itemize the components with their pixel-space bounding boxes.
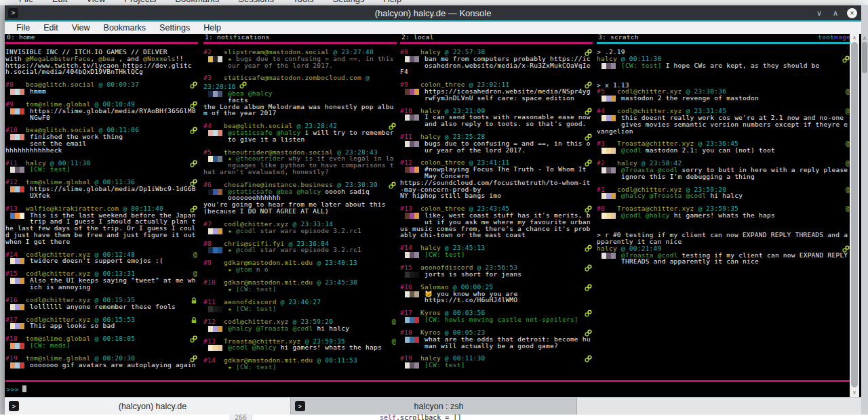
menu-item-settings[interactable]: Settings <box>153 22 196 33</box>
post: #9tom@slime.global @ 00:10:49https://sli… <box>5 101 198 121</box>
favourite-star-icon: ★ <box>228 227 236 234</box>
post-body: ★ [CW: test] <box>203 364 397 371</box>
post-content: [CW: howls moving castle not-spoilers] <box>425 316 578 323</box>
favourite-star-icon: ★ <box>228 55 236 62</box>
menu-item-view[interactable]: View <box>66 22 96 33</box>
boost-icon <box>585 108 592 117</box>
scroll-down-icon[interactable]: ∨ <box>850 390 859 396</box>
avatar-cell <box>213 247 218 253</box>
post-time: @ 23:25:28 <box>441 133 486 140</box>
post-body: finished the work thing sent the email h… <box>5 133 198 153</box>
post-author: Kyros <box>420 329 441 336</box>
window-title: (halcyon) halcy.de — Konsole <box>5 8 861 18</box>
post-content: ★ @tom n o <box>228 266 269 273</box>
titlebar[interactable]: > (halcyon) halcy.de — Konsole ∨ ∧ × <box>5 5 861 20</box>
post-header: #11halcy @ 23:25:28 <box>400 133 593 140</box>
post-header: #19halcy @ 00:11:30 <box>400 355 593 362</box>
column-header: tootmage3: scratch <box>597 34 850 42</box>
post-header: #8halcy @ 22:57:38 <box>400 49 593 56</box>
avatar-cell <box>410 56 414 62</box>
post-time: @ 00:10:49 <box>91 100 136 108</box>
post-header: #3Troasta@chitter.xyz @ 23:36:45@ <box>597 140 850 147</box>
avatar-cell <box>611 193 616 199</box>
brand-toot: toot <box>818 34 834 41</box>
post-number: #17 <box>5 316 26 323</box>
boost-icon <box>190 127 197 135</box>
post: #10bea@glitch.social @ 00:11:06finished … <box>5 127 198 153</box>
session-tab[interactable]: >halcyon : zsh <box>291 398 577 415</box>
post-author: tom@slime.global <box>26 178 91 186</box>
post-time: @ 23:30:36 <box>682 87 727 95</box>
post-time: @ 23:31:45 <box>682 107 727 114</box>
post-author: halcy <box>420 48 441 56</box>
avatar-cell <box>10 89 15 95</box>
post-time: @ 00:13:31 <box>91 270 136 277</box>
avatar <box>405 337 419 343</box>
post-content: ★ bugs due to confusing = and ==, in thi… <box>228 55 397 69</box>
post-content: @bea @halcy facts the Lorde album Melodr… <box>203 89 394 117</box>
terminal-view[interactable]: >>> ∧ ∨ 0: homeINVISIBLE INC // ITCH.IO … <box>5 34 861 397</box>
avatar <box>601 167 616 173</box>
post-body: ★ @tom n o <box>203 266 397 273</box>
boost-icon <box>239 83 247 90</box>
tab-label: halcyon : zsh <box>305 402 572 411</box>
post-header: #9colon_three @ 23:02:11 <box>400 81 593 88</box>
minimize-button[interactable]: ∨ <box>814 9 824 18</box>
session-tab[interactable]: >(halcyon) halcy.de <box>5 398 291 415</box>
column-title: 1: notifications <box>205 34 270 41</box>
post-time: @ 00:09:37 <box>94 81 139 88</box>
tab-bar: >(halcyon) halcy.de>halcyon : zsh <box>5 397 861 415</box>
avatar-cell <box>410 213 414 219</box>
menu-item-file[interactable]: File <box>10 22 36 33</box>
post-header: #12codl@chitter.xyz @ 23:59:20@ <box>203 318 397 325</box>
post: halcy @ 00:11:30[CW: test] I hope CWs ar… <box>597 56 850 69</box>
post-body: @codl @halcy hi gamers! whats the haps <box>597 212 850 219</box>
avatar-cell <box>213 228 218 234</box>
window-buttons: ∨ ∧ × <box>814 5 857 20</box>
post: #13Troasta@chitter.xyz @ 23:59:35@@codl … <box>203 338 397 352</box>
menu-item-bookmarks[interactable]: Bookmarks <box>98 22 153 33</box>
avatar <box>405 362 419 369</box>
post-number: #10 <box>203 279 224 286</box>
avatar <box>405 56 419 62</box>
avatar <box>601 253 616 259</box>
post-author: aeonofdiscord <box>224 298 277 306</box>
post-author: Troasta@chitter.xyz <box>617 205 694 212</box>
post-header: #9tom@slime.global @ 00:10:49 <box>5 101 198 108</box>
scroll-up-icon[interactable]: ∧ <box>850 35 859 41</box>
avatar-cell <box>405 362 410 369</box>
avatar-cell <box>405 141 410 147</box>
post-body: ★ [CW: test] <box>203 306 397 312</box>
scrollbar-thumb[interactable] <box>851 42 858 387</box>
avatar-cell <box>611 148 616 154</box>
menu-item-edit[interactable]: Edit <box>37 22 64 33</box>
post: #17Kyros @ 00:03:56[CW: howls moving cas… <box>400 310 593 323</box>
avatar-cell <box>20 362 24 369</box>
post-number: #11 <box>400 133 420 140</box>
favourite-star-icon: ★ <box>228 285 236 293</box>
post-body: @staticsafe @bea @halcy ooooh sadiq oooo… <box>203 188 397 215</box>
post-author: tom@slime.global <box>26 335 91 342</box>
avatar-cell <box>213 306 218 312</box>
post-number: #4 <box>203 123 224 129</box>
boost-icon <box>585 245 592 253</box>
post-author: Salomao <box>420 283 449 291</box>
post-body: mastodon 2 the revenge of mastodon <box>597 95 850 102</box>
maximize-button[interactable]: ∧ <box>831 9 840 18</box>
avatar <box>10 134 24 140</box>
post-number: #19 <box>5 355 26 362</box>
post: #15aeonofdiscord @ 23:56:53jorts is shor… <box>400 264 593 278</box>
terminal-scrollbar[interactable]: ∧ ∨ <box>850 34 859 397</box>
menu-item-help[interactable]: Help <box>197 22 227 33</box>
avatar-cell <box>213 91 218 97</box>
column-title: 3: scratch <box>598 34 639 41</box>
post: #11aeonofdiscord @ 23:46:27★ [CW: test] <box>203 299 397 312</box>
post-header: #14codl@chitter.xyz @ 00:12:48@ <box>5 251 198 258</box>
post-body: This app looks so bad <box>5 322 198 329</box>
close-button[interactable]: × <box>847 8 857 18</box>
avatar-cell <box>405 337 410 343</box>
post-time: @ 00:11:30 <box>46 159 91 167</box>
column-title: 0: home <box>7 34 35 41</box>
post-header: #12tom@slime.global @ 00:11:36 <box>5 179 198 186</box>
post-body: ★ [CW: test] <box>203 286 397 293</box>
